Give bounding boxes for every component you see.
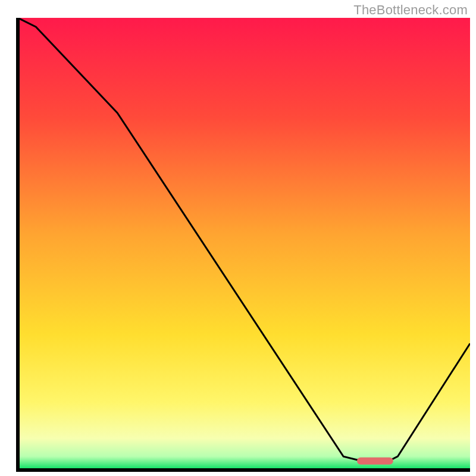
gradient-background bbox=[18, 18, 470, 470]
chart-svg bbox=[0, 0, 476, 476]
optimum-marker bbox=[357, 458, 393, 465]
watermark-text: TheBottleneck.com bbox=[353, 2, 468, 18]
bottleneck-chart bbox=[0, 0, 476, 476]
